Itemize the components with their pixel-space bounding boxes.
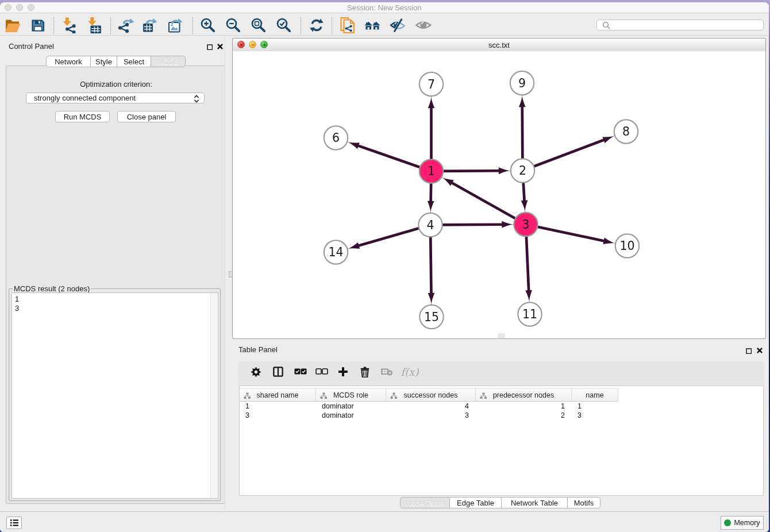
optimization-criterion-select[interactable]: strongly connected component — [26, 92, 205, 103]
column-header-predecessor-nodes[interactable]: predecessor nodes — [476, 388, 572, 402]
close-panel-button[interactable]: Close panel — [117, 111, 176, 122]
show-all-button[interactable] — [415, 17, 432, 33]
open-session-button[interactable] — [5, 17, 21, 33]
tab-network-table[interactable]: Network Table — [502, 497, 568, 508]
graph-node-11[interactable]: 11 — [518, 302, 541, 326]
graph-node-10[interactable]: 10 — [615, 234, 639, 257]
table-row[interactable]: 1dominator411 — [240, 402, 618, 411]
network-view-window: scc.txt 7968124314101511 — [232, 38, 766, 340]
tab-select[interactable]: Select — [117, 56, 151, 67]
first-neighbors-button[interactable] — [364, 17, 380, 33]
cell-MCDS-role[interactable]: dominator — [316, 402, 386, 411]
column-header-name[interactable]: name — [572, 388, 618, 402]
graph-node-9[interactable]: 9 — [510, 71, 534, 94]
task-list-icon — [10, 519, 19, 527]
graph-node-14[interactable]: 14 — [324, 240, 348, 264]
table-panel: Table Panel f(x) shared nameMCDS rolesuc… — [232, 340, 768, 511]
deselect-all-button[interactable] — [314, 364, 330, 380]
export-table-button[interactable] — [141, 17, 157, 33]
svg-text:2: 2 — [519, 164, 526, 178]
network-canvas[interactable]: 7968124314101511 — [233, 51, 765, 339]
column-header-MCDS-role[interactable]: MCDS role — [316, 388, 386, 402]
cell-predecessor-nodes[interactable]: 1 — [476, 402, 572, 411]
mcds-result-textarea[interactable]: 1 3 — [11, 292, 218, 499]
column-header-successor-nodes[interactable]: successor nodes — [386, 388, 476, 402]
cell-successor-nodes[interactable]: 3 — [386, 411, 476, 420]
tab-network[interactable]: Network — [46, 56, 91, 67]
refresh-view-button[interactable] — [309, 17, 325, 33]
svg-text:14: 14 — [328, 245, 343, 259]
import-table-button[interactable] — [86, 17, 102, 33]
save-session-button[interactable] — [30, 17, 46, 33]
refresh-view-icon — [309, 17, 325, 33]
export-image-button[interactable] — [167, 17, 183, 33]
add-column-icon — [338, 367, 348, 377]
tab-motifs[interactable]: Motifs — [568, 497, 600, 508]
tab-mcds[interactable]: MCDS — [151, 56, 186, 67]
window-titlebar[interactable]: Session: New Session — [0, 2, 769, 13]
export-network-button[interactable] — [118, 17, 134, 33]
run-mcds-button[interactable]: Run MCDS — [55, 111, 110, 122]
network-window-title: scc.txt — [233, 41, 765, 49]
table-row[interactable]: 3dominator323 — [240, 411, 618, 420]
graph-node-7[interactable]: 7 — [419, 72, 443, 95]
table-panel-tabs: Node TableEdge TableNetwork TableMotifs — [400, 497, 600, 508]
table-panel-float-button[interactable] — [746, 346, 752, 356]
column-header-shared-name[interactable]: shared name — [240, 388, 316, 402]
delete-column-button[interactable] — [357, 364, 373, 380]
zoom-fit-button[interactable] — [251, 17, 267, 33]
gear-button[interactable] — [248, 364, 264, 380]
graph-node-15[interactable]: 15 — [419, 304, 443, 328]
graph-node-6[interactable]: 6 — [324, 126, 348, 149]
split-columns-icon — [273, 367, 283, 377]
zoom-out-button[interactable] — [225, 17, 241, 33]
graph-node-8[interactable]: 8 — [614, 119, 638, 143]
search-input[interactable] — [612, 20, 756, 30]
svg-text:8: 8 — [622, 125, 630, 138]
mcds-result-scrollbar[interactable] — [210, 293, 218, 498]
delete-table-button[interactable] — [379, 364, 395, 380]
cell-successor-nodes[interactable]: 4 — [386, 402, 476, 411]
cell-name[interactable]: 3 — [572, 411, 618, 420]
toolbar-separator — [192, 17, 193, 34]
horizontal-splitter-handle[interactable] — [498, 334, 505, 338]
cell-MCDS-role[interactable]: dominator — [316, 411, 386, 420]
cell-shared-name[interactable]: 1 — [240, 402, 316, 411]
control-panel-tab-pane: Optimization criterion: strongly connect… — [6, 65, 225, 504]
cell-name[interactable]: 1 — [572, 402, 618, 411]
function-builder-button[interactable]: f(x) — [402, 364, 418, 380]
column-sort-icon — [390, 392, 398, 399]
select-all-button[interactable] — [292, 364, 309, 380]
split-columns-button[interactable] — [270, 364, 286, 380]
vertical-splitter[interactable] — [225, 36, 232, 511]
graph-node-1[interactable]: 1 — [419, 159, 443, 183]
add-column-button[interactable] — [335, 364, 351, 380]
network-window-titlebar[interactable]: scc.txt — [233, 38, 765, 52]
graph-node-4[interactable]: 4 — [418, 213, 442, 236]
search-box[interactable] — [596, 20, 764, 30]
svg-text:4: 4 — [426, 218, 434, 232]
graph-node-2[interactable]: 2 — [511, 159, 534, 182]
zoom-in-icon — [200, 17, 216, 33]
tab-node-table[interactable]: Node Table — [400, 497, 450, 508]
task-history-button[interactable] — [6, 516, 22, 529]
cell-shared-name[interactable]: 3 — [240, 411, 316, 420]
clone-network-button[interactable] — [340, 17, 356, 33]
zoom-in-button[interactable] — [200, 17, 216, 33]
hide-selected-button[interactable] — [390, 17, 406, 33]
import-network-button[interactable] — [61, 17, 77, 33]
svg-text:7: 7 — [428, 77, 435, 91]
tab-edge-table[interactable]: Edge Table — [450, 497, 502, 508]
application-window: Session: New Session — [0, 2, 769, 532]
table-panel-close-icon — [756, 347, 763, 354]
table-panel-close-button[interactable] — [756, 346, 763, 356]
column-sort-icon — [244, 392, 251, 399]
cell-predecessor-nodes[interactable]: 2 — [476, 411, 572, 420]
control-panel-float-button[interactable] — [207, 42, 213, 52]
graph-node-3[interactable]: 3 — [514, 212, 537, 236]
column-header-label: predecessor nodes — [493, 391, 554, 399]
memory-button[interactable]: Memory — [721, 516, 764, 530]
tab-style[interactable]: Style — [91, 56, 117, 67]
control-panel-close-button[interactable] — [217, 42, 224, 52]
zoom-selected-button[interactable] — [276, 17, 292, 33]
